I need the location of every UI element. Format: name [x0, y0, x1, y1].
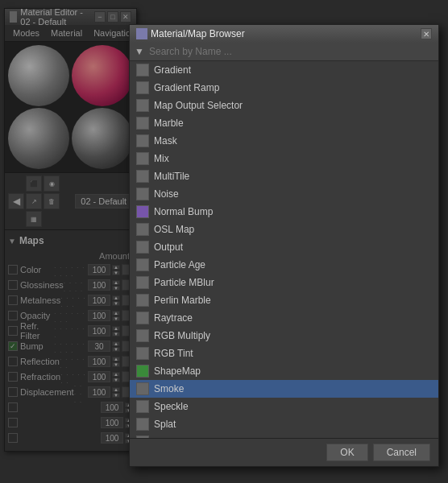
list-item[interactable]: Speckle	[130, 398, 438, 415]
list-item-label: ShapeMap	[154, 365, 201, 377]
search-input[interactable]	[149, 46, 433, 57]
list-item-label: Normal Bump	[154, 206, 213, 217]
list-item[interactable]: Mix	[130, 150, 438, 167]
list-item[interactable]: Raytrace	[130, 309, 438, 327]
list-item-label: RGB Multiply	[154, 330, 210, 341]
list-item-icon	[136, 223, 149, 236]
list-item-icon	[136, 276, 149, 289]
cancel-button[interactable]: Cancel	[373, 444, 430, 461]
list-item-icon	[136, 347, 149, 360]
list-item[interactable]: Splat	[130, 415, 438, 433]
list-item-label: Map Output Selector	[154, 100, 243, 111]
list-item-icon	[136, 258, 149, 271]
list-item-icon	[136, 294, 149, 307]
list-item-label: Gradient	[154, 64, 191, 76]
list-item-label: Mix	[154, 153, 169, 164]
list-item-label: RGB Tint	[154, 348, 193, 359]
modal-footer: OK Cancel	[130, 438, 438, 466]
list-item-label: Perlin Marble	[154, 295, 211, 306]
modal-title-text: Material/Map Browser	[151, 28, 245, 39]
list-item-label: Noise	[154, 188, 179, 200]
list-item[interactable]: Particle MBlur	[130, 274, 438, 291]
list-item[interactable]: Normal Bump	[130, 203, 438, 221]
list-item-label: Raytrace	[154, 312, 193, 324]
list-item-label: Output	[154, 242, 183, 253]
list-item-icon	[136, 418, 149, 431]
list-item[interactable]: ShapeMap	[130, 362, 438, 380]
list-item-icon	[136, 134, 149, 147]
list-item[interactable]: Output	[130, 238, 438, 256]
list-item[interactable]: Marble	[130, 114, 438, 132]
list-item[interactable]: Gradient	[130, 61, 438, 79]
list-item-icon	[136, 400, 149, 413]
modal-close-button[interactable]: ✕	[421, 28, 432, 39]
list-item-label: Particle Age	[154, 259, 205, 270]
list-item[interactable]: Gradient Ramp	[130, 79, 438, 97]
list-item-label: OSL Map	[154, 224, 194, 235]
list-item[interactable]: Mask	[130, 132, 438, 150]
list-item-icon	[136, 365, 149, 378]
list-item-icon	[136, 329, 149, 342]
list-item-label: MultiTile	[154, 171, 189, 182]
list-item-icon	[136, 241, 149, 254]
list-item[interactable]: RGB Tint	[130, 345, 438, 362]
modal-search-bar: ▼	[130, 43, 438, 61]
list-item-label: Splat	[154, 419, 176, 430]
list-item-icon	[136, 64, 149, 76]
search-icon: ▼	[135, 46, 146, 57]
list-item-icon	[136, 312, 149, 324]
modal-list[interactable]: Gradient Gradient Ramp Map Output Select…	[130, 61, 438, 438]
list-item-icon	[136, 81, 149, 94]
list-item[interactable]: MultiTile	[130, 167, 438, 185]
list-item-label: Particle MBlur	[154, 277, 214, 288]
list-item[interactable]: RGB Multiply	[130, 327, 438, 345]
list-item-icon	[136, 205, 149, 218]
modal-title-container: Material/Map Browser	[136, 28, 245, 39]
list-item[interactable]: Smoke	[130, 380, 438, 398]
list-item-icon	[136, 99, 149, 112]
list-item[interactable]: Perlin Marble	[130, 291, 438, 309]
list-item-icon	[136, 170, 149, 183]
list-item-label: Marble	[154, 118, 184, 129]
list-item-icon	[136, 152, 149, 165]
list-item[interactable]: OSL Map	[130, 221, 438, 238]
ok-button[interactable]: OK	[326, 444, 367, 461]
list-item-label: Gradient Ramp	[154, 82, 219, 93]
list-item-label: Mask	[154, 135, 177, 147]
list-item-icon	[136, 188, 149, 200]
modal-icon	[136, 28, 147, 39]
list-item-label: Smoke	[154, 383, 184, 394]
material-map-browser: Material/Map Browser ✕ ▼ Gradient Gradie…	[129, 24, 439, 467]
list-item[interactable]: Particle Age	[130, 256, 438, 274]
list-item-icon	[136, 117, 149, 130]
modal-titlebar: Material/Map Browser ✕	[130, 25, 438, 43]
list-item[interactable]: Map Output Selector	[130, 97, 438, 114]
list-item-icon	[136, 382, 149, 395]
list-item[interactable]: Noise	[130, 185, 438, 203]
list-item-label: Speckle	[154, 401, 189, 412]
